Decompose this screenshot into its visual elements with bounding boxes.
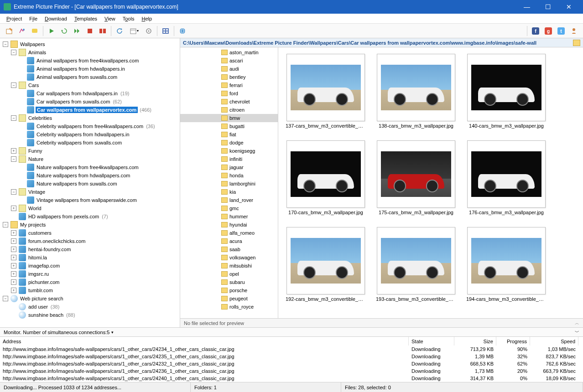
folder-item[interactable]: koenigsegg	[180, 147, 278, 155]
folder-item[interactable]: alfa_romeo	[180, 229, 278, 237]
thumbnail[interactable]: 137-cars_bmw_m3_convertible_wallp...	[285, 54, 367, 129]
preview-bar[interactable]: No file selected for preview ︿	[180, 318, 583, 327]
tree-node[interactable]: +imagefap.com	[1, 262, 179, 270]
menu-help[interactable]: Help	[138, 15, 156, 22]
templates-button[interactable]	[160, 26, 171, 36]
collapse-icon[interactable]: −	[11, 189, 16, 195]
download-rows[interactable]: http://www.imgbase.info/images/safe-wall…	[0, 346, 583, 382]
menu-project[interactable]: Project	[3, 15, 26, 22]
col-size[interactable]: Size	[454, 337, 496, 346]
folder-item[interactable]: aston_martin	[180, 48, 278, 57]
menu-file[interactable]: File	[26, 15, 41, 22]
tree-node[interactable]: Car wallpapers from suwalls.com(62)	[1, 98, 179, 106]
browser-button[interactable]	[177, 26, 188, 36]
folder-item[interactable]: subaru	[180, 278, 278, 286]
folder-item[interactable]: bentley	[180, 73, 278, 81]
thumbnail[interactable]: 170-cars_bmw_m3_wallpaper.jpg	[285, 140, 367, 215]
facebook-icon[interactable]: f	[530, 26, 541, 36]
tree-node[interactable]: −Web picture search	[1, 294, 179, 303]
folder-item[interactable]: kia	[180, 188, 278, 196]
expand-icon[interactable]: +	[11, 247, 16, 252]
expand-icon[interactable]: +	[11, 148, 16, 154]
thumbnail[interactable]: 176-cars_bmw_m3_wallpaper.jpg	[465, 140, 547, 215]
folder-item[interactable]: gmc	[180, 204, 278, 212]
tree-node[interactable]: HD wallpapers from pexels.com(7)	[1, 212, 179, 221]
tree-node[interactable]: Nature wallpapers from suwalls.com	[1, 180, 179, 188]
download-row[interactable]: http://www.imgbase.info/images/safe-wall…	[0, 367, 583, 375]
tree-node[interactable]: +hentai-foundry.com	[1, 245, 179, 253]
folder-list[interactable]: aston_martinascariaudibentleyferrariford…	[180, 47, 278, 318]
tree-node[interactable]: +customers	[1, 229, 179, 237]
download-row[interactable]: http://www.imgbase.info/images/safe-wall…	[0, 375, 583, 382]
tree-node[interactable]: Celebrity wallpapers from free4kwallpape…	[1, 122, 179, 130]
menu-tools[interactable]: Tools	[119, 15, 138, 22]
folder-item[interactable]: dodge	[180, 139, 278, 147]
col-speed[interactable]: Speed	[530, 337, 578, 346]
stop-all-button[interactable]	[97, 26, 108, 36]
tree-node[interactable]: +hitomi.la	[1, 253, 179, 262]
folder-item[interactable]: peugeot	[180, 294, 278, 303]
collapse-icon[interactable]: −	[3, 222, 8, 227]
folder-item[interactable]: ford	[180, 89, 278, 98]
new-project-button[interactable]	[4, 26, 15, 36]
collapse-icon[interactable]: −	[11, 50, 16, 55]
folder-item[interactable]: ascari	[180, 57, 278, 65]
folder-item[interactable]: bmw	[180, 114, 278, 122]
folder-item[interactable]: mitsubishi	[180, 262, 278, 270]
thumbnail[interactable]: 194-cars_bmw_m3_convertible_wallp...	[465, 227, 547, 302]
expand-icon[interactable]: +	[11, 255, 16, 260]
monitor-bar[interactable]: Monitor. Number of simultaneous connecti…	[0, 327, 583, 336]
tree-node[interactable]: sunshine beach(88)	[1, 311, 179, 319]
folder-icon[interactable]	[573, 40, 580, 46]
folder-item[interactable]: citroen	[180, 106, 278, 114]
thumbnail[interactable]: 138-cars_bmw_m3_wallpaper.jpg	[375, 54, 457, 129]
collapse-icon[interactable]: −	[3, 296, 8, 301]
tree-node[interactable]: +tumblr.com	[1, 286, 179, 294]
tree-node[interactable]: Celebrity wallpapers from suwalls.com	[1, 139, 179, 147]
collapse-icon[interactable]: −	[11, 115, 16, 121]
folder-item[interactable]: ferrari	[180, 81, 278, 89]
minimize-button[interactable]: —	[516, 0, 537, 14]
tree-node[interactable]: Celebrity wallpapers from hdwallpapers.i…	[1, 130, 179, 139]
settings-button[interactable]	[16, 26, 27, 36]
download-row[interactable]: http://www.imgbase.info/images/safe-wall…	[0, 346, 583, 353]
expand-icon[interactable]: +	[11, 263, 16, 268]
refresh-button[interactable]	[114, 26, 125, 36]
tree-node[interactable]: Animal wallpapers from suwalls.com	[1, 73, 179, 81]
play-all-button[interactable]	[72, 26, 83, 36]
play-button[interactable]	[46, 26, 57, 36]
thumbnail[interactable]: 193-cars_bmw_m3_convertible_wallp...	[375, 227, 457, 302]
stop-button[interactable]	[84, 26, 95, 36]
tree-node[interactable]: Animal wallpapers from free4kwallpapers.…	[1, 57, 179, 65]
tree-node[interactable]: −Vintage	[1, 188, 179, 196]
tree-node[interactable]: −Wallpapers	[1, 40, 179, 48]
twitter-icon[interactable]: t	[556, 26, 567, 36]
tree-node[interactable]: −Cars	[1, 81, 179, 89]
folder-item[interactable]: audi	[180, 65, 278, 73]
tree-node[interactable]: +pichunter.com	[1, 278, 179, 286]
folder-item[interactable]: acura	[180, 237, 278, 245]
menu-view[interactable]: View	[101, 15, 119, 22]
tree-node[interactable]: Animal wallpapers from hdwallpapers.in	[1, 65, 179, 73]
folder-item[interactable]: opel	[180, 270, 278, 278]
calendar-button[interactable]: ▾	[127, 26, 141, 36]
tree-node[interactable]: +Funny	[1, 147, 179, 155]
tree-node[interactable]: Nature wallpapers from free4kwallpapers.…	[1, 163, 179, 171]
col-state[interactable]: State	[409, 337, 454, 346]
dropdown-icon[interactable]: ▾	[111, 330, 114, 335]
expand-icon[interactable]: +	[11, 206, 16, 211]
tree-node[interactable]: −My projects	[1, 221, 179, 229]
close-button[interactable]: ✕	[558, 0, 579, 14]
expand-icon[interactable]: +	[11, 271, 16, 277]
folder-item[interactable]: jaguar	[180, 163, 278, 171]
folder-item[interactable]: fiat	[180, 130, 278, 139]
download-row[interactable]: http://www.imgbase.info/images/safe-wall…	[0, 360, 583, 367]
tree-node[interactable]: −Animals	[1, 48, 179, 57]
col-address[interactable]: Address	[0, 337, 409, 346]
tree-node[interactable]: −Nature	[1, 155, 179, 163]
folder-item[interactable]: hyundai	[180, 221, 278, 229]
tree-node[interactable]: +imgsrc.ru	[1, 270, 179, 278]
tree-node[interactable]: Car wallpapers from hdwallpapers.in(19)	[1, 89, 179, 98]
share-icon[interactable]	[568, 26, 579, 36]
tree-node[interactable]: Car wallpapers from wallpapervortex.com(…	[1, 106, 179, 114]
